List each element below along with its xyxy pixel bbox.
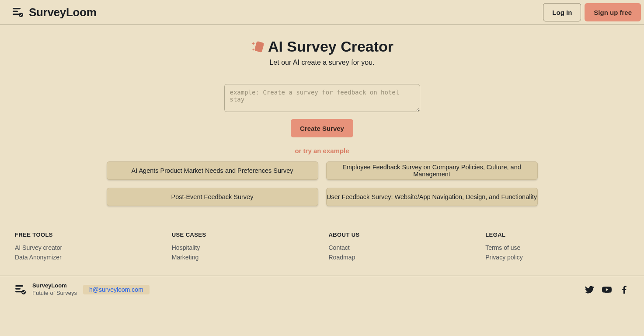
- footer-bar: SurveyLoom Futute of Surveys h@surveyloo…: [0, 276, 644, 308]
- footer-brand-text: SurveyLoom Futute of Surveys: [32, 282, 77, 297]
- footer-col-free-tools: FREE TOOLS AI Survey creator Data Anonym…: [15, 231, 159, 263]
- footer-brand-tagline: Futute of Surveys: [32, 290, 77, 297]
- footer-brand-name: SurveyLoom: [32, 282, 77, 290]
- footer-col-use-cases: USE CASES Hospitality Marketing: [172, 231, 316, 263]
- social-links: [585, 285, 629, 294]
- footer-link[interactable]: Roadmap: [329, 254, 473, 261]
- footer-link[interactable]: AI Survey creator: [15, 244, 159, 251]
- footer-link[interactable]: Marketing: [172, 254, 316, 261]
- brand[interactable]: SurveyLoom: [12, 6, 97, 19]
- create-survey-button[interactable]: Create Survey: [291, 119, 353, 137]
- footer-heading: ABOUT US: [329, 231, 473, 238]
- header-actions: Log In Sign up free: [543, 3, 641, 21]
- contact-email[interactable]: h@surveyloom.com: [83, 285, 150, 294]
- example-tile[interactable]: User Feedback Survey: Website/App Naviga…: [326, 188, 538, 206]
- footer-link[interactable]: Data Anonymizer: [15, 254, 159, 261]
- page-title-row: AI Survey Creator: [107, 38, 538, 55]
- svg-rect-4: [254, 41, 264, 52]
- brand-name: SurveyLoom: [29, 6, 97, 19]
- or-try-label: or try an example: [107, 147, 538, 154]
- footer-heading: USE CASES: [172, 231, 316, 238]
- page-title: AI Survey Creator: [268, 38, 393, 55]
- footer-heading: FREE TOOLS: [15, 231, 159, 238]
- footer-link[interactable]: Hospitality: [172, 244, 316, 251]
- example-tile[interactable]: AI Agents Product Market Needs and Prefe…: [107, 161, 318, 180]
- signup-button[interactable]: Sign up free: [585, 3, 641, 21]
- magic-wand-icon: [251, 40, 264, 53]
- footer-link[interactable]: Contact: [329, 244, 473, 251]
- footer-links: FREE TOOLS AI Survey creator Data Anonym…: [0, 212, 644, 276]
- svg-rect-0: [13, 8, 21, 9]
- header: SurveyLoom Log In Sign up free: [0, 0, 644, 25]
- footer-heading: LEGAL: [485, 231, 629, 238]
- twitter-icon[interactable]: [585, 285, 594, 294]
- youtube-icon[interactable]: [602, 285, 612, 294]
- page-subtitle: Let our AI create a survey for you.: [107, 59, 538, 66]
- main: AI Survey Creator Let our AI create a su…: [104, 25, 541, 206]
- footer-brand: SurveyLoom Futute of Surveys: [15, 282, 77, 297]
- logo-icon: [12, 7, 24, 18]
- footer-link[interactable]: Terms of use: [485, 244, 629, 251]
- login-button[interactable]: Log In: [543, 3, 581, 21]
- logo-icon: [15, 284, 26, 295]
- footer-col-about-us: ABOUT US Contact Roadmap: [329, 231, 473, 263]
- svg-rect-6: [15, 288, 21, 289]
- svg-rect-5: [15, 285, 23, 287]
- example-tile[interactable]: Employee Feedback Survey on Company Poli…: [326, 161, 538, 180]
- example-grid: AI Agents Product Market Needs and Prefe…: [107, 161, 538, 206]
- footer-left: SurveyLoom Futute of Surveys h@surveyloo…: [15, 282, 150, 297]
- footer-link[interactable]: Privacy policy: [485, 254, 629, 261]
- survey-prompt-input[interactable]: [224, 84, 420, 112]
- svg-rect-1: [13, 11, 18, 12]
- facebook-icon[interactable]: [620, 285, 629, 294]
- footer-col-legal: LEGAL Terms of use Privacy policy: [485, 231, 629, 263]
- example-tile[interactable]: Post-Event Feedback Survey: [107, 188, 318, 206]
